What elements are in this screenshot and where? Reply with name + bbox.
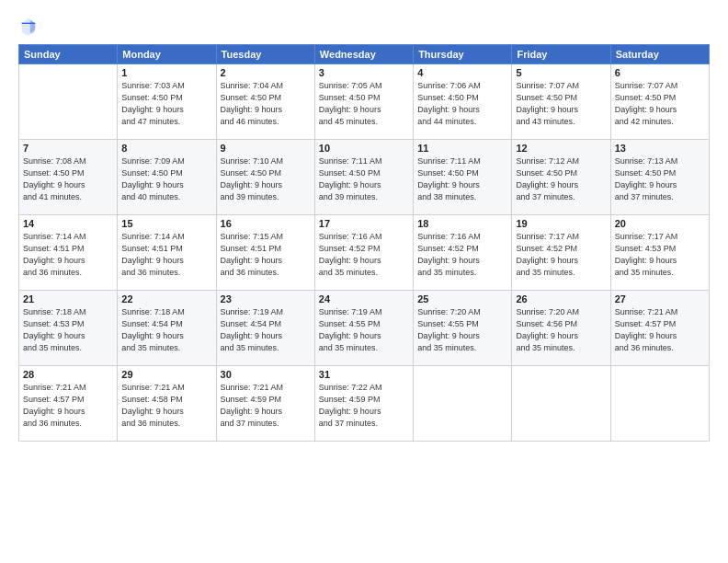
calendar-cell: 17Sunrise: 7:16 AM Sunset: 4:52 PM Dayli…	[314, 215, 413, 291]
calendar-cell: 12Sunrise: 7:12 AM Sunset: 4:50 PM Dayli…	[512, 140, 610, 215]
header	[18, 17, 710, 37]
calendar-cell: 7Sunrise: 7:08 AM Sunset: 4:50 PM Daylig…	[19, 140, 118, 215]
calendar-cell: 3Sunrise: 7:05 AM Sunset: 4:50 PM Daylig…	[314, 64, 413, 140]
calendar-cell: 26Sunrise: 7:20 AM Sunset: 4:56 PM Dayli…	[512, 291, 610, 366]
day-number: 2	[221, 67, 311, 78]
day-number: 9	[221, 143, 311, 154]
cell-info: Sunrise: 7:16 AM Sunset: 4:52 PM Dayligh…	[417, 231, 507, 279]
weekday-header-monday: Monday	[118, 45, 216, 64]
day-number: 7	[23, 143, 113, 154]
day-number: 23	[221, 293, 311, 304]
calendar-cell: 2Sunrise: 7:04 AM Sunset: 4:50 PM Daylig…	[216, 64, 314, 140]
calendar-cell: 22Sunrise: 7:18 AM Sunset: 4:54 PM Dayli…	[118, 291, 216, 366]
calendar-cell: 15Sunrise: 7:14 AM Sunset: 4:51 PM Dayli…	[118, 215, 216, 291]
cell-info: Sunrise: 7:16 AM Sunset: 4:52 PM Dayligh…	[319, 231, 409, 279]
cell-info: Sunrise: 7:04 AM Sunset: 4:50 PM Dayligh…	[221, 80, 311, 128]
calendar-cell: 29Sunrise: 7:21 AM Sunset: 4:58 PM Dayli…	[118, 366, 216, 442]
cell-info: Sunrise: 7:20 AM Sunset: 4:55 PM Dayligh…	[417, 306, 507, 354]
calendar-cell: 8Sunrise: 7:09 AM Sunset: 4:50 PM Daylig…	[118, 140, 216, 215]
day-number: 27	[615, 293, 705, 304]
calendar-cell: 20Sunrise: 7:17 AM Sunset: 4:53 PM Dayli…	[610, 215, 709, 291]
day-number: 5	[516, 67, 606, 78]
day-number: 21	[23, 293, 113, 304]
calendar-week-row: 7Sunrise: 7:08 AM Sunset: 4:50 PM Daylig…	[19, 140, 710, 215]
calendar-cell	[19, 64, 118, 140]
calendar-table: SundayMondayTuesdayWednesdayThursdayFrid…	[18, 44, 710, 442]
cell-info: Sunrise: 7:06 AM Sunset: 4:50 PM Dayligh…	[417, 80, 507, 128]
day-number: 18	[417, 218, 507, 229]
cell-info: Sunrise: 7:11 AM Sunset: 4:50 PM Dayligh…	[417, 155, 507, 203]
day-number: 8	[121, 143, 211, 154]
cell-info: Sunrise: 7:21 AM Sunset: 4:57 PM Dayligh…	[23, 382, 113, 430]
cell-info: Sunrise: 7:03 AM Sunset: 4:50 PM Dayligh…	[121, 80, 211, 128]
calendar-cell: 18Sunrise: 7:16 AM Sunset: 4:52 PM Dayli…	[414, 215, 512, 291]
cell-info: Sunrise: 7:20 AM Sunset: 4:56 PM Dayligh…	[516, 306, 606, 354]
cell-info: Sunrise: 7:14 AM Sunset: 4:51 PM Dayligh…	[23, 231, 113, 279]
day-number: 16	[221, 218, 311, 229]
day-number: 24	[319, 293, 409, 304]
cell-info: Sunrise: 7:10 AM Sunset: 4:50 PM Dayligh…	[221, 155, 311, 203]
calendar-cell: 10Sunrise: 7:11 AM Sunset: 4:50 PM Dayli…	[314, 140, 413, 215]
day-number: 1	[121, 67, 211, 78]
cell-info: Sunrise: 7:08 AM Sunset: 4:50 PM Dayligh…	[23, 155, 113, 203]
calendar-cell: 9Sunrise: 7:10 AM Sunset: 4:50 PM Daylig…	[216, 140, 314, 215]
cell-info: Sunrise: 7:13 AM Sunset: 4:50 PM Dayligh…	[615, 155, 705, 203]
calendar-cell: 5Sunrise: 7:07 AM Sunset: 4:50 PM Daylig…	[512, 64, 610, 140]
calendar-week-row: 14Sunrise: 7:14 AM Sunset: 4:51 PM Dayli…	[19, 215, 710, 291]
day-number: 29	[121, 369, 211, 380]
day-number: 25	[417, 293, 507, 304]
weekday-header-saturday: Saturday	[610, 45, 709, 64]
cell-info: Sunrise: 7:11 AM Sunset: 4:50 PM Dayligh…	[319, 155, 409, 203]
calendar-cell: 30Sunrise: 7:21 AM Sunset: 4:59 PM Dayli…	[216, 366, 314, 442]
logo-icon	[18, 17, 39, 37]
calendar-week-row: 21Sunrise: 7:18 AM Sunset: 4:53 PM Dayli…	[19, 291, 710, 366]
calendar-cell: 24Sunrise: 7:19 AM Sunset: 4:55 PM Dayli…	[314, 291, 413, 366]
cell-info: Sunrise: 7:14 AM Sunset: 4:51 PM Dayligh…	[121, 231, 211, 279]
cell-info: Sunrise: 7:18 AM Sunset: 4:53 PM Dayligh…	[23, 306, 113, 354]
cell-info: Sunrise: 7:05 AM Sunset: 4:50 PM Dayligh…	[319, 80, 409, 128]
logo	[18, 17, 40, 37]
calendar-cell: 23Sunrise: 7:19 AM Sunset: 4:54 PM Dayli…	[216, 291, 314, 366]
cell-info: Sunrise: 7:18 AM Sunset: 4:54 PM Dayligh…	[121, 306, 211, 354]
calendar-cell: 25Sunrise: 7:20 AM Sunset: 4:55 PM Dayli…	[414, 291, 512, 366]
cell-info: Sunrise: 7:19 AM Sunset: 4:55 PM Dayligh…	[319, 306, 409, 354]
cell-info: Sunrise: 7:21 AM Sunset: 4:59 PM Dayligh…	[221, 382, 311, 430]
cell-info: Sunrise: 7:15 AM Sunset: 4:51 PM Dayligh…	[221, 231, 311, 279]
calendar-cell	[414, 366, 512, 442]
calendar-week-row: 28Sunrise: 7:21 AM Sunset: 4:57 PM Dayli…	[19, 366, 710, 442]
calendar-cell: 19Sunrise: 7:17 AM Sunset: 4:52 PM Dayli…	[512, 215, 610, 291]
day-number: 17	[319, 218, 409, 229]
cell-info: Sunrise: 7:12 AM Sunset: 4:50 PM Dayligh…	[516, 155, 606, 203]
page: SundayMondayTuesdayWednesdayThursdayFrid…	[0, 0, 728, 563]
calendar-week-row: 1Sunrise: 7:03 AM Sunset: 4:50 PM Daylig…	[19, 64, 710, 140]
day-number: 12	[516, 143, 606, 154]
calendar-cell: 1Sunrise: 7:03 AM Sunset: 4:50 PM Daylig…	[118, 64, 216, 140]
day-number: 31	[319, 369, 409, 380]
calendar-cell: 11Sunrise: 7:11 AM Sunset: 4:50 PM Dayli…	[414, 140, 512, 215]
calendar-cell: 16Sunrise: 7:15 AM Sunset: 4:51 PM Dayli…	[216, 215, 314, 291]
cell-info: Sunrise: 7:07 AM Sunset: 4:50 PM Dayligh…	[516, 80, 606, 128]
day-number: 10	[319, 143, 409, 154]
day-number: 4	[417, 67, 507, 78]
day-number: 26	[516, 293, 606, 304]
cell-info: Sunrise: 7:07 AM Sunset: 4:50 PM Dayligh…	[615, 80, 705, 128]
calendar-cell: 6Sunrise: 7:07 AM Sunset: 4:50 PM Daylig…	[610, 64, 709, 140]
cell-info: Sunrise: 7:19 AM Sunset: 4:54 PM Dayligh…	[221, 306, 311, 354]
weekday-header-tuesday: Tuesday	[216, 45, 314, 64]
cell-info: Sunrise: 7:17 AM Sunset: 4:53 PM Dayligh…	[615, 231, 705, 279]
day-number: 14	[23, 218, 113, 229]
cell-info: Sunrise: 7:17 AM Sunset: 4:52 PM Dayligh…	[516, 231, 606, 279]
calendar-cell	[512, 366, 610, 442]
day-number: 11	[417, 143, 507, 154]
day-number: 20	[615, 218, 705, 229]
calendar-cell: 13Sunrise: 7:13 AM Sunset: 4:50 PM Dayli…	[610, 140, 709, 215]
weekday-header-friday: Friday	[512, 45, 610, 64]
weekday-header-wednesday: Wednesday	[314, 45, 413, 64]
calendar-cell: 28Sunrise: 7:21 AM Sunset: 4:57 PM Dayli…	[19, 366, 118, 442]
day-number: 6	[615, 67, 705, 78]
day-number: 19	[516, 218, 606, 229]
calendar-cell: 21Sunrise: 7:18 AM Sunset: 4:53 PM Dayli…	[19, 291, 118, 366]
day-number: 13	[615, 143, 705, 154]
calendar-cell: 14Sunrise: 7:14 AM Sunset: 4:51 PM Dayli…	[19, 215, 118, 291]
cell-info: Sunrise: 7:09 AM Sunset: 4:50 PM Dayligh…	[121, 155, 211, 203]
